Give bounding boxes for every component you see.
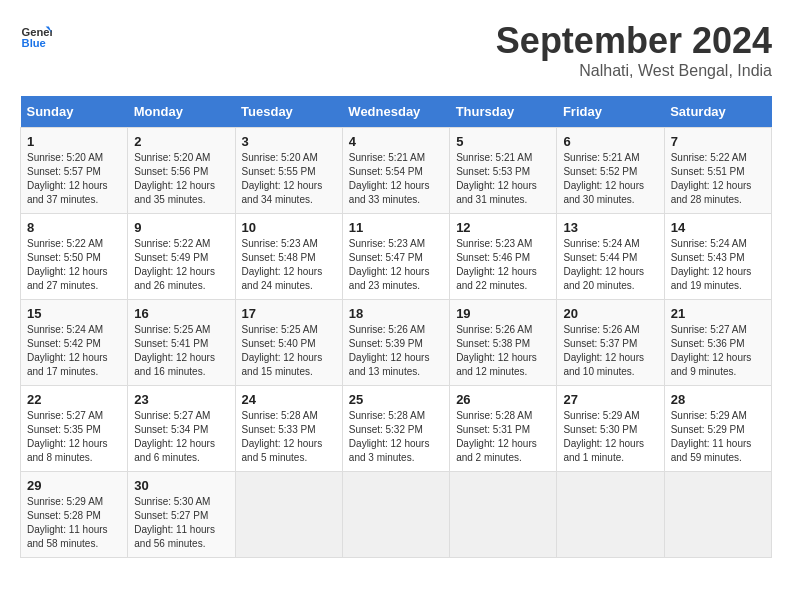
calendar-week-2: 8Sunrise: 5:22 AM Sunset: 5:50 PM Daylig… [21,214,772,300]
calendar-cell: 23Sunrise: 5:27 AM Sunset: 5:34 PM Dayli… [128,386,235,472]
calendar-cell: 27Sunrise: 5:29 AM Sunset: 5:30 PM Dayli… [557,386,664,472]
calendar-cell [342,472,449,558]
calendar-cell: 20Sunrise: 5:26 AM Sunset: 5:37 PM Dayli… [557,300,664,386]
day-number: 11 [349,220,443,235]
day-number: 18 [349,306,443,321]
day-number: 30 [134,478,228,493]
calendar-cell: 14Sunrise: 5:24 AM Sunset: 5:43 PM Dayli… [664,214,771,300]
day-info: Sunrise: 5:23 AM Sunset: 5:48 PM Dayligh… [242,237,336,293]
calendar-cell: 5Sunrise: 5:21 AM Sunset: 5:53 PM Daylig… [450,128,557,214]
day-number: 17 [242,306,336,321]
calendar-week-1: 1Sunrise: 5:20 AM Sunset: 5:57 PM Daylig… [21,128,772,214]
day-info: Sunrise: 5:28 AM Sunset: 5:33 PM Dayligh… [242,409,336,465]
day-number: 29 [27,478,121,493]
calendar-cell: 15Sunrise: 5:24 AM Sunset: 5:42 PM Dayli… [21,300,128,386]
title-block: September 2024 Nalhati, West Bengal, Ind… [496,20,772,80]
day-number: 3 [242,134,336,149]
calendar-cell: 21Sunrise: 5:27 AM Sunset: 5:36 PM Dayli… [664,300,771,386]
calendar-cell: 7Sunrise: 5:22 AM Sunset: 5:51 PM Daylig… [664,128,771,214]
day-number: 13 [563,220,657,235]
calendar-cell: 25Sunrise: 5:28 AM Sunset: 5:32 PM Dayli… [342,386,449,472]
day-info: Sunrise: 5:29 AM Sunset: 5:30 PM Dayligh… [563,409,657,465]
day-number: 14 [671,220,765,235]
calendar-table: SundayMondayTuesdayWednesdayThursdayFrid… [20,96,772,558]
calendar-cell: 28Sunrise: 5:29 AM Sunset: 5:29 PM Dayli… [664,386,771,472]
day-number: 7 [671,134,765,149]
day-number: 4 [349,134,443,149]
calendar-header: SundayMondayTuesdayWednesdayThursdayFrid… [21,96,772,128]
day-number: 24 [242,392,336,407]
day-info: Sunrise: 5:22 AM Sunset: 5:51 PM Dayligh… [671,151,765,207]
page-header: General Blue September 2024 Nalhati, Wes… [20,20,772,80]
day-number: 2 [134,134,228,149]
day-info: Sunrise: 5:27 AM Sunset: 5:35 PM Dayligh… [27,409,121,465]
calendar-cell: 17Sunrise: 5:25 AM Sunset: 5:40 PM Dayli… [235,300,342,386]
day-info: Sunrise: 5:27 AM Sunset: 5:36 PM Dayligh… [671,323,765,379]
day-info: Sunrise: 5:23 AM Sunset: 5:46 PM Dayligh… [456,237,550,293]
day-number: 26 [456,392,550,407]
day-info: Sunrise: 5:29 AM Sunset: 5:29 PM Dayligh… [671,409,765,465]
day-info: Sunrise: 5:24 AM Sunset: 5:42 PM Dayligh… [27,323,121,379]
day-info: Sunrise: 5:20 AM Sunset: 5:56 PM Dayligh… [134,151,228,207]
calendar-cell [664,472,771,558]
day-number: 27 [563,392,657,407]
day-info: Sunrise: 5:20 AM Sunset: 5:55 PM Dayligh… [242,151,336,207]
month-title: September 2024 [496,20,772,62]
day-info: Sunrise: 5:26 AM Sunset: 5:37 PM Dayligh… [563,323,657,379]
weekday-row: SundayMondayTuesdayWednesdayThursdayFrid… [21,96,772,128]
day-number: 8 [27,220,121,235]
day-info: Sunrise: 5:23 AM Sunset: 5:47 PM Dayligh… [349,237,443,293]
day-number: 28 [671,392,765,407]
calendar-body: 1Sunrise: 5:20 AM Sunset: 5:57 PM Daylig… [21,128,772,558]
weekday-header-wednesday: Wednesday [342,96,449,128]
weekday-header-friday: Friday [557,96,664,128]
day-number: 5 [456,134,550,149]
day-info: Sunrise: 5:28 AM Sunset: 5:31 PM Dayligh… [456,409,550,465]
day-info: Sunrise: 5:27 AM Sunset: 5:34 PM Dayligh… [134,409,228,465]
calendar-cell [557,472,664,558]
day-number: 12 [456,220,550,235]
day-number: 25 [349,392,443,407]
day-number: 9 [134,220,228,235]
day-info: Sunrise: 5:22 AM Sunset: 5:49 PM Dayligh… [134,237,228,293]
day-number: 21 [671,306,765,321]
day-info: Sunrise: 5:25 AM Sunset: 5:40 PM Dayligh… [242,323,336,379]
calendar-cell [235,472,342,558]
day-info: Sunrise: 5:21 AM Sunset: 5:54 PM Dayligh… [349,151,443,207]
calendar-cell: 8Sunrise: 5:22 AM Sunset: 5:50 PM Daylig… [21,214,128,300]
day-info: Sunrise: 5:22 AM Sunset: 5:50 PM Dayligh… [27,237,121,293]
calendar-cell: 19Sunrise: 5:26 AM Sunset: 5:38 PM Dayli… [450,300,557,386]
calendar-cell: 10Sunrise: 5:23 AM Sunset: 5:48 PM Dayli… [235,214,342,300]
calendar-week-3: 15Sunrise: 5:24 AM Sunset: 5:42 PM Dayli… [21,300,772,386]
day-info: Sunrise: 5:30 AM Sunset: 5:27 PM Dayligh… [134,495,228,551]
calendar-cell [450,472,557,558]
weekday-header-thursday: Thursday [450,96,557,128]
day-number: 20 [563,306,657,321]
calendar-cell: 29Sunrise: 5:29 AM Sunset: 5:28 PM Dayli… [21,472,128,558]
day-number: 22 [27,392,121,407]
calendar-week-5: 29Sunrise: 5:29 AM Sunset: 5:28 PM Dayli… [21,472,772,558]
calendar-cell: 12Sunrise: 5:23 AM Sunset: 5:46 PM Dayli… [450,214,557,300]
calendar-cell: 3Sunrise: 5:20 AM Sunset: 5:55 PM Daylig… [235,128,342,214]
day-info: Sunrise: 5:24 AM Sunset: 5:44 PM Dayligh… [563,237,657,293]
calendar-cell: 6Sunrise: 5:21 AM Sunset: 5:52 PM Daylig… [557,128,664,214]
calendar-cell: 30Sunrise: 5:30 AM Sunset: 5:27 PM Dayli… [128,472,235,558]
day-info: Sunrise: 5:21 AM Sunset: 5:53 PM Dayligh… [456,151,550,207]
calendar-cell: 18Sunrise: 5:26 AM Sunset: 5:39 PM Dayli… [342,300,449,386]
day-number: 19 [456,306,550,321]
calendar-cell: 22Sunrise: 5:27 AM Sunset: 5:35 PM Dayli… [21,386,128,472]
calendar-cell: 24Sunrise: 5:28 AM Sunset: 5:33 PM Dayli… [235,386,342,472]
calendar-cell: 9Sunrise: 5:22 AM Sunset: 5:49 PM Daylig… [128,214,235,300]
calendar-cell: 1Sunrise: 5:20 AM Sunset: 5:57 PM Daylig… [21,128,128,214]
day-number: 1 [27,134,121,149]
calendar-week-4: 22Sunrise: 5:27 AM Sunset: 5:35 PM Dayli… [21,386,772,472]
day-info: Sunrise: 5:26 AM Sunset: 5:38 PM Dayligh… [456,323,550,379]
calendar-cell: 2Sunrise: 5:20 AM Sunset: 5:56 PM Daylig… [128,128,235,214]
day-info: Sunrise: 5:24 AM Sunset: 5:43 PM Dayligh… [671,237,765,293]
calendar-cell: 4Sunrise: 5:21 AM Sunset: 5:54 PM Daylig… [342,128,449,214]
calendar-cell: 11Sunrise: 5:23 AM Sunset: 5:47 PM Dayli… [342,214,449,300]
weekday-header-saturday: Saturday [664,96,771,128]
day-info: Sunrise: 5:29 AM Sunset: 5:28 PM Dayligh… [27,495,121,551]
day-number: 16 [134,306,228,321]
logo-icon: General Blue [20,20,52,52]
